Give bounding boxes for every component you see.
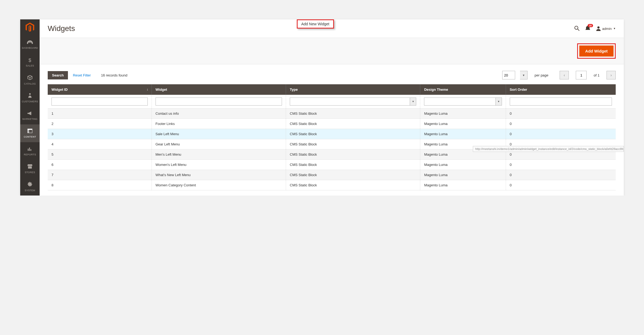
layout-icon [27, 129, 32, 134]
sidebar-item-label: DASHBOARD [22, 47, 38, 49]
megaphone-icon [27, 111, 32, 117]
sidebar-item-catalog[interactable]: CATALOG [20, 71, 40, 89]
admin-user-label: admin [602, 27, 612, 31]
admin-user-menu[interactable]: admin ▼ [596, 26, 616, 31]
sidebar-item-label: STORES [25, 171, 35, 174]
prev-page-button[interactable]: ‹ [560, 71, 569, 79]
sidebar-item-reports[interactable]: REPORTS [20, 142, 40, 160]
table-row[interactable]: 3Sale Left MenuCMS Static BlockMagento L… [48, 129, 616, 139]
cell-sort: 0 [506, 109, 616, 119]
svg-rect-5 [29, 148, 30, 151]
next-page-button[interactable]: › [607, 71, 616, 79]
app-wrapper: Add New Widget DASHBOARD $ SALES CATALOG [20, 19, 624, 196]
table-header-row: Widget ID↓ Widget Type Design Theme Sort… [48, 84, 616, 95]
cell-sort: 0 [506, 129, 616, 139]
grid-controls: Search Reset Filter 16 records found ▼ p… [40, 64, 624, 84]
gear-icon [27, 182, 32, 188]
filter-input-sort[interactable] [510, 97, 612, 106]
cell-id: 5 [48, 149, 151, 160]
filter-select-theme[interactable] [424, 97, 495, 106]
column-header-sort[interactable]: Sort Order [506, 84, 616, 95]
cell-theme: Magento Luma [420, 170, 506, 180]
column-header-type[interactable]: Type [286, 84, 420, 95]
cell-type: CMS Static Block [286, 119, 420, 129]
svg-line-8 [578, 29, 579, 31]
cell-type: CMS Static Block [286, 149, 420, 160]
sidebar-item-content[interactable]: CONTENT [20, 124, 40, 142]
filter-row: ▼ ▼ [48, 95, 616, 109]
svg-point-9 [597, 26, 600, 29]
filter-input-widget[interactable] [156, 97, 282, 106]
table-row[interactable]: 1Contact us infoCMS Static BlockMagento … [48, 109, 616, 119]
cell-id: 2 [48, 119, 151, 129]
cell-sort: 0 [506, 170, 616, 180]
notification-count-badge: 16 [588, 24, 593, 27]
cell-widget: What's New Left Menu [151, 170, 286, 180]
sidebar-item-label: CATALOG [24, 82, 36, 85]
cell-type: CMS Static Block [286, 180, 420, 190]
sidebar: DASHBOARD $ SALES CATALOG CUSTOMERS MARK… [20, 19, 40, 196]
cell-id: 8 [48, 180, 151, 190]
callout-add-new-widget: Add New Widget [297, 19, 334, 29]
sidebar-item-label: CONTENT [24, 135, 36, 138]
table-row[interactable]: 6Women's Left MenuCMS Static BlockMagent… [48, 160, 616, 170]
sidebar-item-sales[interactable]: $ SALES [20, 53, 40, 71]
table-row[interactable]: 7What's New Left MenuCMS Static BlockMag… [48, 170, 616, 180]
sidebar-item-stores[interactable]: STORES [20, 160, 40, 178]
svg-rect-2 [27, 129, 32, 130]
sidebar-item-system[interactable]: SYSTEM [20, 178, 40, 196]
reset-filter-link[interactable]: Reset Filter [73, 73, 91, 77]
column-header-widget[interactable]: Widget [151, 84, 286, 95]
sidebar-item-label: MARKETING [22, 118, 37, 120]
magento-logo-icon [26, 23, 34, 32]
caret-down-icon: ▼ [613, 27, 616, 30]
table-row[interactable]: 8Women Category ContentCMS Static BlockM… [48, 180, 616, 190]
table-row[interactable]: 2Footer LinksCMS Static BlockMagento Lum… [48, 119, 616, 129]
sidebar-item-label: REPORTS [24, 153, 36, 156]
search-button[interactable]: Search [48, 71, 68, 79]
box-icon [27, 75, 32, 81]
sidebar-item-dashboard[interactable]: DASHBOARD [20, 36, 40, 53]
filter-select-type[interactable] [290, 97, 410, 106]
main-content: Widgets 16 admin ▼ Add Widget [40, 19, 624, 196]
cell-id: 4 [48, 139, 151, 149]
per-page-label: per page [535, 73, 548, 77]
column-header-theme[interactable]: Design Theme [420, 84, 506, 95]
cell-sort: 0 [506, 180, 616, 190]
add-widget-button[interactable]: Add Widget [579, 46, 614, 57]
gauge-icon [27, 40, 33, 46]
action-bar: Add Widget [40, 38, 624, 64]
column-header-id[interactable]: Widget ID↓ [48, 84, 151, 95]
cell-type: CMS Static Block [286, 129, 420, 139]
highlight-frame: Add Widget [577, 43, 616, 59]
cell-widget: Sale Left Menu [151, 129, 286, 139]
cell-sort: 0 [506, 119, 616, 129]
sidebar-item-customers[interactable]: CUSTOMERS [20, 89, 40, 107]
search-icon[interactable] [574, 26, 580, 32]
filter-input-id[interactable] [51, 97, 148, 106]
cell-widget: Contact us info [151, 109, 286, 119]
per-page-input[interactable] [502, 71, 515, 79]
person-icon [28, 93, 32, 99]
svg-point-7 [575, 26, 578, 29]
cell-theme: Magento Luma [420, 180, 506, 190]
magento-logo[interactable] [20, 19, 40, 36]
dollar-icon: $ [29, 58, 31, 63]
page-title: Widgets [48, 24, 75, 33]
sort-arrow-icon: ↓ [147, 88, 148, 91]
sidebar-item-marketing[interactable]: MARKETING [20, 107, 40, 124]
cell-type: CMS Static Block [286, 170, 420, 180]
cell-widget: Women Category Content [151, 180, 286, 190]
cell-widget: Women's Left Menu [151, 160, 286, 170]
cell-id: 6 [48, 160, 151, 170]
of-pages-label: of 1 [594, 73, 600, 77]
header-actions: 16 admin ▼ [574, 26, 616, 32]
cell-type: CMS Static Block [286, 160, 420, 170]
caret-down-icon: ▼ [410, 97, 416, 106]
cell-id: 3 [48, 129, 151, 139]
table-body: ▼ ▼ 1Contact us infoCMS Static BlockMage… [48, 95, 616, 190]
notifications-icon[interactable]: 16 [586, 26, 590, 32]
per-page-dropdown-button[interactable]: ▼ [520, 71, 528, 79]
page-input[interactable] [576, 71, 587, 79]
svg-rect-4 [28, 149, 29, 151]
